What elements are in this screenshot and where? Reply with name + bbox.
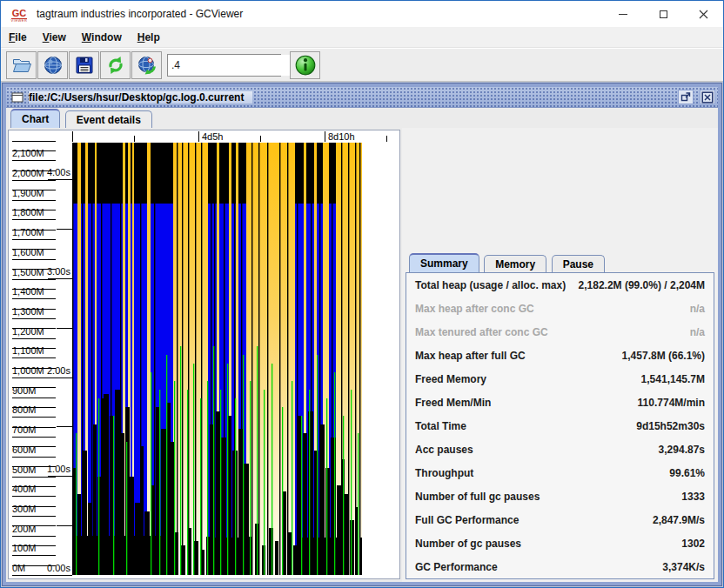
close-icon — [699, 10, 708, 19]
summary-row-label: Freed Memory — [415, 373, 486, 385]
tab-event-details[interactable]: Event details — [65, 110, 152, 128]
summary-row: Max heap after full GC1,457.8M (66.1%) — [406, 344, 714, 367]
axis-tick — [12, 141, 56, 142]
summary-row-value: n/a — [690, 326, 705, 338]
axis-label: 1,300M — [12, 306, 57, 317]
chart-tab-content: 0M100M200M300M400M500M600M700M800M900M1,… — [6, 128, 718, 582]
axis-tick — [12, 496, 56, 497]
summary-row-label: GC Performance — [415, 561, 498, 573]
menu-file[interactable]: File — [1, 29, 35, 46]
axis-label: 800M — [12, 404, 57, 415]
summary-table: Total heap (usage / alloc. max)2,182.2M … — [406, 272, 714, 579]
tab-memory[interactable]: Memory — [484, 255, 546, 272]
close-button[interactable] — [683, 1, 723, 27]
app-icon-subtext: VIEWER — [9, 19, 30, 23]
globe-icon — [43, 55, 64, 76]
axis-tick — [12, 230, 56, 231]
zoom-combo-input[interactable] — [168, 55, 310, 76]
axis-tick — [57, 328, 72, 329]
summary-row: Throughput99.61% — [406, 461, 714, 484]
axis-tick — [48, 179, 72, 180]
axis-tick — [57, 229, 72, 230]
axis-tick — [12, 486, 56, 487]
minimize-icon — [619, 14, 627, 15]
summary-row-label: Max heap after full GC — [415, 350, 526, 362]
refresh-button[interactable] — [100, 51, 131, 79]
axis-tick — [12, 446, 56, 447]
zoom-combo — [167, 54, 281, 77]
menu-bar: File View Window Help — [1, 27, 723, 48]
summary-row-label: Freed Mem/Min — [415, 397, 491, 409]
summary-row-value: 2,182.2M (99.0%) / 2,204M — [579, 279, 705, 291]
tab-chart[interactable]: Chart — [10, 109, 60, 129]
frame-close-button[interactable] — [700, 90, 715, 104]
svg-text:8d10h: 8d10h — [328, 131, 355, 142]
axis-label: 1.00s — [47, 464, 73, 474]
menu-window[interactable]: Window — [74, 29, 130, 46]
window-titlebar[interactable]: GC VIEWER tagtraum industries incorporat… — [1, 1, 723, 27]
summary-row-label: Full GC Performance — [415, 514, 519, 526]
maximize-button[interactable] — [643, 1, 683, 27]
tab-summary[interactable]: Summary — [409, 253, 479, 273]
axis-tick — [12, 477, 56, 478]
watch-globe-icon — [137, 55, 158, 76]
gc-chart[interactable]: 4d5h8d10h — [72, 130, 401, 578]
axis-tick — [12, 417, 56, 418]
summary-row-value: 3,294.87s — [659, 444, 705, 456]
axis-tick — [12, 298, 56, 299]
summary-row-label: Max heap after conc GC — [415, 303, 534, 315]
axis-tick — [12, 200, 56, 201]
axis-tick — [48, 476, 72, 477]
export-button[interactable] — [69, 51, 99, 79]
axis-label: 1,700M — [12, 227, 57, 237]
log-file-path: file:/C:/Users/hsur/Desktop/gc.log.0.cur… — [29, 91, 252, 104]
axis-tick — [48, 575, 72, 576]
axis-tick — [12, 210, 56, 210]
axis-label: 4.00s — [47, 167, 73, 177]
axis-tick — [12, 150, 56, 151]
log-internal-frame: file:/C:/Users/hsur/Desktop/gc.log.0.cur… — [3, 84, 721, 585]
axis-tick — [12, 219, 56, 220]
tab-pause[interactable]: Pause — [552, 255, 605, 272]
menu-view[interactable]: View — [35, 29, 74, 46]
open-file-button[interactable] — [6, 51, 37, 79]
axis-tick — [48, 278, 72, 279]
summary-row: Max heap after conc GCn/a — [406, 297, 714, 320]
frame-close-icon — [701, 91, 714, 104]
frame-maximize-icon — [680, 91, 692, 104]
axis-tick — [12, 328, 56, 329]
summary-row: Freed Memory1,541,145.7M — [406, 367, 714, 391]
axis-label: 100M — [12, 543, 57, 553]
axis-tick — [12, 506, 56, 507]
summary-row-value: 1333 — [681, 491, 705, 503]
frame-maximize-button[interactable] — [678, 90, 694, 104]
watch-file-button[interactable] — [131, 51, 162, 79]
axis-tick — [12, 249, 56, 250]
menu-help[interactable]: Help — [130, 29, 168, 46]
summary-row-value: 1302 — [681, 538, 705, 550]
desktop-pane: file:/C:/Users/hsur/Desktop/gc.log.0.cur… — [1, 82, 723, 587]
axis-tick — [12, 180, 56, 181]
axis-label: 1,800M — [12, 207, 57, 217]
axis-tick — [12, 318, 56, 319]
axis-tick — [12, 190, 56, 190]
summary-row: Number of full gc pauses1333 — [406, 484, 714, 508]
summary-row-value: 110.774M/min — [638, 397, 705, 409]
summary-row-value: 3,374K/s — [662, 561, 705, 573]
info-icon — [294, 54, 317, 77]
axis-tick — [12, 427, 56, 428]
axis-label: 2.00s — [47, 365, 73, 376]
gc-chart-panel[interactable]: 0M100M200M300M400M500M600M700M800M900M1,… — [8, 130, 400, 579]
open-folder-icon — [11, 55, 32, 76]
info-button[interactable] — [290, 51, 320, 79]
summary-row-value: 2,847.9M/s — [653, 514, 705, 526]
axis-label: 1,400M — [12, 286, 57, 297]
axis-label: 2,100M — [12, 148, 57, 158]
open-url-button[interactable] — [37, 51, 68, 79]
minimize-button[interactable] — [603, 1, 643, 27]
axis-tick — [12, 289, 56, 290]
gcviewer-window: GC VIEWER tagtraum industries incorporat… — [0, 0, 724, 588]
internal-frame-titlebar[interactable]: file:/C:/Users/hsur/Desktop/gc.log.0.cur… — [6, 87, 718, 108]
summary-row-label: Throughput — [415, 467, 473, 479]
toolbar — [1, 49, 723, 82]
